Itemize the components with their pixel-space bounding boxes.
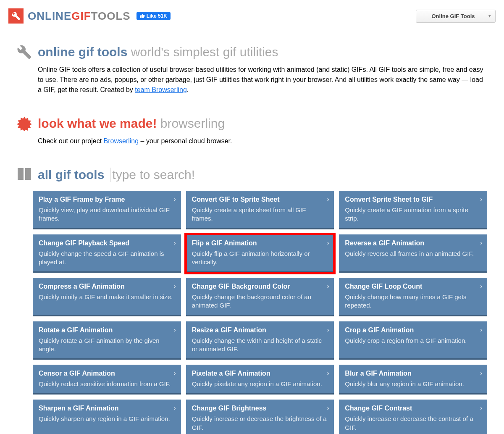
team-browserling-link[interactable]: team Browserling bbox=[135, 86, 187, 93]
tool-card-desc: Quickly reverse all frames in an animate… bbox=[345, 250, 481, 258]
chevron-right-icon: › bbox=[327, 326, 329, 333]
tool-card[interactable]: Blur a GIF AnimationQuickly blur any reg… bbox=[339, 365, 487, 395]
grid-icon bbox=[17, 167, 32, 182]
chevron-right-icon: › bbox=[174, 405, 176, 411]
tool-card-desc: Quickly create a sprite sheet from all G… bbox=[192, 206, 328, 223]
tool-card-desc: Quickly pixelate any region in a GIF ani… bbox=[192, 380, 328, 388]
tool-card-desc: Quickly crop a region from a GIF animati… bbox=[345, 337, 481, 345]
browserling-link[interactable]: Browserling bbox=[104, 137, 139, 145]
tool-card-title: Blur a GIF Animation bbox=[345, 370, 481, 377]
tool-card-title: Rotate a GIF Animation bbox=[39, 326, 175, 334]
chevron-right-icon: › bbox=[480, 405, 482, 411]
search-input[interactable] bbox=[110, 168, 278, 182]
alltools-section: all gif tools bbox=[0, 167, 504, 182]
tool-card-desc: Quickly increase or decrease the brightn… bbox=[192, 415, 328, 432]
tool-card-title: Change GIF Contrast bbox=[345, 405, 481, 412]
tool-card[interactable]: Change GIF Loop CountQuickly change how … bbox=[339, 278, 487, 316]
tools-grid: Play a GIF Frame by FrameQuickly view, p… bbox=[33, 191, 487, 434]
fb-like-button[interactable]: Like 51K bbox=[136, 12, 171, 20]
tool-card[interactable]: Resize a GIF AnimationQuickly change the… bbox=[186, 321, 334, 360]
tool-card-desc: Quickly change the speed a GIF animation… bbox=[39, 250, 175, 267]
tool-card[interactable]: Pixelate a GIF AnimationQuickly pixelate… bbox=[186, 365, 334, 395]
tool-card[interactable]: Compress a GIF AnimationQuickly minify a… bbox=[33, 278, 181, 316]
chevron-right-icon: › bbox=[480, 370, 482, 376]
tool-card-title: Change GIF Loop Count bbox=[345, 283, 481, 290]
tool-card-title: Compress a GIF Animation bbox=[39, 283, 175, 290]
chevron-right-icon: › bbox=[327, 283, 329, 289]
tool-card-desc: Quickly rotate a GIF animation by the gi… bbox=[39, 337, 175, 354]
header: ONLINEGIFTOOLS Like 51K Online GIF Tools bbox=[0, 0, 504, 24]
tool-card[interactable]: Change GIF BrightnessQuickly increase or… bbox=[186, 400, 334, 434]
chevron-right-icon: › bbox=[480, 239, 482, 246]
brand-name[interactable]: ONLINEGIFTOOLS bbox=[28, 10, 131, 23]
chevron-right-icon: › bbox=[327, 196, 329, 203]
tool-card-title: Change GIF Brightness bbox=[192, 405, 328, 412]
tool-card-title: Crop a GIF Animation bbox=[345, 326, 481, 334]
chevron-right-icon: › bbox=[327, 405, 329, 411]
chevron-right-icon: › bbox=[174, 196, 176, 203]
chevron-right-icon: › bbox=[480, 196, 482, 203]
wrench-icon bbox=[17, 45, 32, 60]
tool-card[interactable]: Convert Sprite Sheet to GIFQuickly creat… bbox=[339, 191, 487, 229]
promo-section: look what we made! browserling Check out… bbox=[0, 116, 504, 146]
tool-card-title: Pixelate a GIF Animation bbox=[192, 370, 328, 377]
tool-card[interactable]: Flip a GIF AnimationQuickly flip a GIF a… bbox=[186, 234, 334, 273]
chevron-right-icon: › bbox=[480, 326, 482, 333]
tool-card[interactable]: Convert GIF to Sprite SheetQuickly creat… bbox=[186, 191, 334, 229]
tool-card-desc: Quickly view, play and download individu… bbox=[39, 206, 175, 223]
chevron-right-icon: › bbox=[174, 326, 176, 333]
tool-card[interactable]: Change GIF Background ColorQuickly chang… bbox=[186, 278, 334, 316]
promo-title: look what we made! browserling bbox=[38, 116, 225, 131]
tool-card[interactable]: Reverse a GIF AnimationQuickly reverse a… bbox=[339, 234, 487, 273]
tool-card-desc: Quickly change the width and height of a… bbox=[192, 337, 328, 354]
logo-icon bbox=[8, 8, 24, 24]
tool-card-desc: Quickly minify a GIF and make it smaller… bbox=[39, 293, 175, 301]
tool-card-title: Convert GIF to Sprite Sheet bbox=[192, 196, 328, 203]
tool-card-desc: Quickly flip a GIF animation horizontall… bbox=[192, 250, 328, 267]
tool-card-title: Play a GIF Frame by Frame bbox=[39, 196, 175, 203]
tool-card[interactable]: Change GIF Playback SpeedQuickly change … bbox=[33, 234, 181, 273]
tool-card-desc: Quickly sharpen any region in a GIF anim… bbox=[39, 415, 175, 423]
tool-card-title: Change GIF Background Color bbox=[192, 283, 328, 290]
tool-card[interactable]: Rotate a GIF AnimationQuickly rotate a G… bbox=[33, 321, 181, 360]
tool-card[interactable]: Censor a GIF AnimationQuickly redact sen… bbox=[33, 365, 181, 395]
tool-card[interactable]: Sharpen a GIF AnimationQuickly sharpen a… bbox=[33, 400, 181, 434]
tools-dropdown[interactable]: Online GIF Tools bbox=[416, 10, 496, 23]
alltools-title: all gif tools bbox=[38, 168, 104, 182]
intro-title: online gif tools world's simplest gif ut… bbox=[38, 45, 278, 59]
chevron-right-icon: › bbox=[327, 239, 329, 246]
promo-body: Check out our project Browserling – your… bbox=[38, 136, 487, 146]
tool-card[interactable]: Crop a GIF AnimationQuickly crop a regio… bbox=[339, 321, 487, 360]
tool-card-desc: Quickly redact sensitive information fro… bbox=[39, 380, 175, 388]
chevron-right-icon: › bbox=[174, 239, 176, 246]
tool-card-desc: Quickly change the background color of a… bbox=[192, 293, 328, 310]
tool-card-desc: Quickly create a GIF animation from a sp… bbox=[345, 206, 481, 223]
tool-card-desc: Quickly increase or decrease the contras… bbox=[345, 415, 481, 432]
tool-card[interactable]: Change GIF ContrastQuickly increase or d… bbox=[339, 400, 487, 434]
chevron-right-icon: › bbox=[480, 283, 482, 289]
tool-card-desc: Quickly change how many times a GIF gets… bbox=[345, 293, 481, 310]
tool-card-title: Flip a GIF Animation bbox=[192, 239, 328, 247]
chevron-right-icon: › bbox=[174, 370, 176, 376]
tool-card-title: Reverse a GIF Animation bbox=[345, 239, 481, 247]
tool-card-title: Change GIF Playback Speed bbox=[39, 239, 175, 247]
tool-card-desc: Quickly blur any region in a GIF animati… bbox=[345, 380, 481, 388]
burst-icon bbox=[17, 116, 32, 131]
chevron-right-icon: › bbox=[174, 283, 176, 289]
intro-body: Online GIF tools offers a collection of … bbox=[38, 65, 487, 95]
intro-section: online gif tools world's simplest gif ut… bbox=[0, 45, 504, 95]
tool-card-title: Sharpen a GIF Animation bbox=[39, 405, 175, 412]
tool-card[interactable]: Play a GIF Frame by FrameQuickly view, p… bbox=[33, 191, 181, 229]
tool-card-title: Resize a GIF Animation bbox=[192, 326, 328, 334]
tool-card-title: Censor a GIF Animation bbox=[39, 370, 175, 377]
tool-card-title: Convert Sprite Sheet to GIF bbox=[345, 196, 481, 203]
chevron-right-icon: › bbox=[327, 370, 329, 376]
